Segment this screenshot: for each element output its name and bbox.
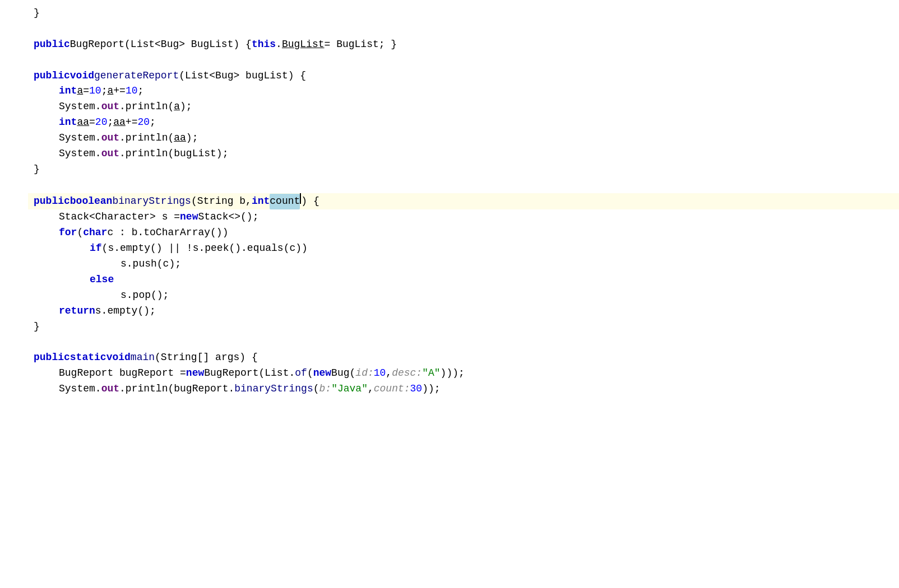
- code-line: [28, 178, 899, 193]
- keyword: else: [90, 272, 114, 288]
- code-text: ;: [137, 83, 143, 99]
- var-ref: a: [77, 83, 83, 99]
- code-text: System.: [59, 99, 101, 115]
- code-text: ) {: [301, 194, 319, 209]
- code-text: ;: [107, 115, 113, 130]
- code-text: c : b.toCharArray()): [107, 225, 228, 241]
- code-line: int aa = 20 ; aa += 20 ;: [28, 115, 899, 130]
- keyword: int: [59, 83, 77, 99]
- code-text: Stack<Character> s =: [59, 209, 180, 225]
- code-text: Stack<>();: [198, 209, 258, 225]
- number: 30: [410, 381, 423, 397]
- code-line: s.pop();: [28, 288, 899, 304]
- field-ref: out: [101, 99, 119, 115]
- method-name: main: [131, 350, 155, 366]
- code-text: (: [77, 225, 83, 241]
- code-text: .println(bugList);: [119, 146, 228, 162]
- method-name: binaryStrings: [234, 381, 313, 397]
- code-text: BugReport(List<Bug> BugList) {: [70, 37, 252, 53]
- code-line: [28, 21, 899, 37]
- keyword: if: [90, 241, 102, 256]
- code-line: [28, 53, 899, 68]
- code-line: public void generateReport (List<Bug> bu…: [28, 68, 899, 84]
- code-line: for ( char c : b.toCharArray()): [28, 225, 899, 241]
- code-text: .println(: [119, 130, 174, 146]
- keyword: static: [70, 350, 106, 366]
- var-ref: aa: [113, 115, 126, 130]
- code-text: ,: [368, 381, 374, 397]
- keyword: void: [106, 350, 131, 366]
- var-ref: aa: [174, 130, 186, 146]
- field-ref: out: [101, 146, 119, 162]
- code-line: System. out .println( aa );: [28, 130, 899, 146]
- keyword: char: [83, 225, 107, 241]
- code-line: return s.empty();: [28, 304, 899, 319]
- code-line: }: [28, 319, 899, 335]
- code-text: +=: [126, 115, 138, 130]
- keyword: int: [252, 194, 270, 209]
- code-text: );: [180, 99, 192, 115]
- keyword: void: [70, 68, 94, 84]
- code-text: (s.empty() || !s.peek().equals(c)): [102, 241, 308, 256]
- code-text: .println(: [119, 99, 174, 115]
- code-line: if (s.empty() || !s.peek().equals(c)): [28, 241, 899, 256]
- named-param: count:: [374, 381, 410, 397]
- var-ref: a: [107, 83, 113, 99]
- keyword: new: [186, 366, 204, 381]
- method-name: generateReport: [94, 68, 179, 84]
- code-editor: } public BugReport(List<Bug> BugList) { …: [0, 0, 899, 588]
- code-text: (List<Bug> bugList) {: [179, 68, 306, 84]
- keyword: this: [252, 37, 276, 53]
- code-line: System. out .println(bugReport. binarySt…: [28, 381, 899, 397]
- code-text: .println(bugReport.: [119, 381, 234, 397]
- code-line: s.push(c);: [28, 256, 899, 272]
- code-text: BugReport(List.: [204, 366, 295, 381]
- code-line: int a = 10 ; a += 10 ;: [28, 83, 899, 99]
- string: "Java": [331, 381, 368, 397]
- keyword: for: [59, 225, 77, 241]
- code-text: }: [34, 319, 40, 335]
- number: 20: [95, 115, 108, 130]
- code-line: System. out .println(bugList);: [28, 146, 899, 162]
- keyword: return: [59, 304, 95, 319]
- keyword: new: [313, 366, 331, 381]
- code-line: public static void main (String[] args) …: [28, 350, 899, 366]
- code-text: +=: [113, 83, 126, 99]
- code-text: BugReport bugReport =: [59, 366, 186, 381]
- code-text: System.: [59, 146, 101, 162]
- method-name: binaryStrings: [112, 194, 191, 209]
- code-text: );: [186, 130, 198, 146]
- keyword: boolean: [70, 194, 113, 209]
- named-param: desc:: [392, 366, 422, 381]
- code-text: (: [313, 381, 319, 397]
- code-text: }: [34, 162, 40, 178]
- field-ref: out: [101, 381, 119, 397]
- keyword: public: [34, 350, 70, 366]
- keyword: public: [34, 194, 70, 209]
- code-line: [28, 335, 899, 351]
- code-line: public BugReport(List<Bug> BugList) { th…: [28, 37, 899, 53]
- number: 10: [126, 83, 138, 99]
- code-content: } public BugReport(List<Bug> BugList) { …: [0, 0, 899, 403]
- code-text: Bug(: [331, 366, 355, 381]
- code-line: else: [28, 272, 899, 288]
- code-text: s.push(c);: [121, 256, 181, 272]
- keyword: public: [34, 37, 70, 53]
- code-text: .: [276, 37, 282, 53]
- var-ref: aa: [77, 115, 89, 130]
- string: "A": [422, 366, 440, 381]
- code-text: ;: [101, 83, 108, 99]
- code-line: BugReport bugReport = new BugReport(List…: [28, 366, 899, 381]
- code-text: s.empty();: [95, 304, 156, 319]
- keyword: public: [34, 68, 70, 84]
- code-text: ;: [150, 115, 156, 130]
- code-text: )));: [441, 366, 465, 381]
- code-line: System. out .println( a );: [28, 99, 899, 115]
- code-text: ,: [386, 366, 392, 381]
- code-text: (: [307, 366, 313, 381]
- number: 10: [89, 83, 101, 99]
- method-name: of: [295, 366, 307, 381]
- code-text: System.: [59, 381, 101, 397]
- code-line-highlighted: public boolean binaryStrings (String b, …: [28, 193, 899, 210]
- highlighted-word: count: [270, 194, 300, 209]
